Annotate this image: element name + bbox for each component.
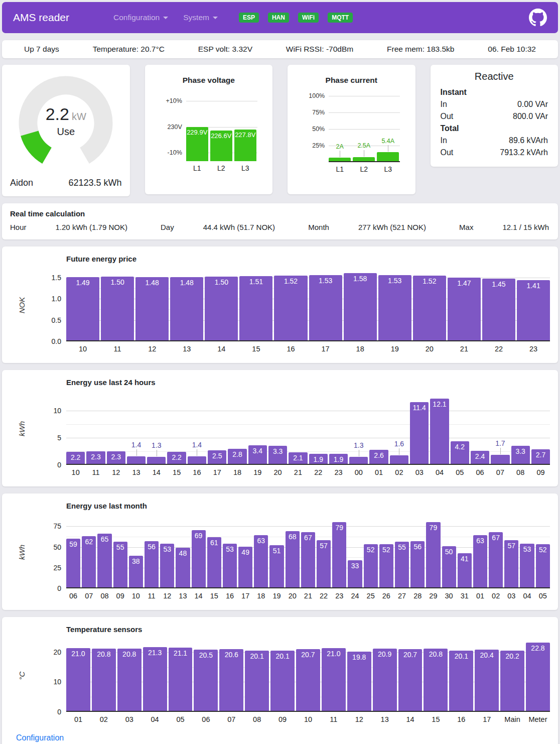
bar: 20.9: [373, 649, 397, 711]
x-tick-label: 15: [424, 715, 448, 723]
bar-slot: 1.47: [448, 271, 481, 340]
x-tick-label: L2: [353, 165, 375, 173]
nav-configuration-label: Configuration: [113, 13, 160, 22]
bar-slot: 2.4: [471, 395, 489, 464]
x-tick-label: 22: [482, 345, 515, 353]
bar: 41: [458, 553, 472, 587]
y-tick-label: 0.5: [52, 316, 61, 324]
bar-slot: 68: [286, 518, 300, 587]
bar-slot: 79: [426, 518, 440, 587]
x-tick-label: 17: [309, 345, 342, 353]
bar-value-label: 2.4: [469, 452, 491, 460]
plot-column: 2.22.32.31.41.32.21.42.52.83.43.32.11.91…: [66, 395, 550, 476]
plot-column: 229.9V226.6V227.8VL1L2L3: [186, 96, 257, 172]
y-tick-label: 1.5: [52, 274, 61, 282]
bar-slot: 3.4: [248, 395, 267, 464]
x-tick-label: 13: [176, 592, 190, 600]
row-value: 7913.2 kVArh: [500, 147, 548, 159]
bar: 52: [364, 544, 378, 587]
x-tick-label: L1: [186, 164, 208, 172]
x-tick-label: 30: [442, 592, 456, 600]
bar: 63: [254, 535, 268, 587]
bar-slot: 1.50: [205, 271, 238, 340]
x-tick-label: 11: [101, 345, 134, 353]
energy-24h-title: Energy use last 24 hours: [66, 378, 550, 387]
x-tick-label: 23: [332, 592, 346, 600]
bar-slot: 52: [379, 518, 393, 587]
bar: 68: [286, 531, 300, 587]
bar-slot: 38: [129, 518, 143, 587]
bar: 52: [536, 544, 550, 587]
y-tick-label: 0.0: [52, 337, 61, 345]
gauge-value: 2.2: [46, 104, 69, 123]
chart-grid: +10%230V-10%229.9V226.6V227.8VL1L2L3: [160, 96, 257, 172]
bar-slot: 55: [395, 518, 409, 587]
bar-slot: 55: [113, 518, 127, 587]
bar-value-label: 1.6: [386, 440, 412, 447]
bar-slot: 227.8V: [234, 96, 256, 161]
x-tick-label: 01: [369, 468, 388, 476]
row-value: 800.0 VAr: [513, 110, 548, 122]
x-tick-label: 03: [117, 715, 142, 723]
bar-slot: 1.53: [378, 271, 411, 340]
bars-row: 2A2.5A5.4A: [329, 96, 400, 161]
bar: [377, 152, 399, 161]
bar: 2.3: [107, 451, 125, 464]
bar-value-label: 1.52: [272, 277, 309, 285]
bar-slot: 1.4: [127, 395, 146, 464]
energy-month-title: Energy use last month: [66, 502, 550, 510]
gauge-unit: kW: [72, 111, 86, 122]
bar-slot: 2.1: [289, 395, 307, 464]
x-tick-label: 25: [364, 592, 378, 600]
bar-slot: 1.48: [170, 271, 203, 340]
bar-slot: 20.9: [373, 642, 397, 711]
bar: 63: [473, 535, 487, 587]
y-tick-label: +10%: [166, 97, 182, 104]
bar-value-label: 1.48: [133, 279, 171, 287]
temperature-sensors-chart: °C2010021.020.820.821.321.120.520.620.12…: [10, 642, 550, 723]
nav-configuration-dropdown[interactable]: Configuration: [113, 13, 168, 22]
y-tick-label: 230V: [168, 123, 182, 131]
bars-row: 229.9V226.6V227.8V: [186, 96, 257, 161]
bar: [390, 455, 408, 464]
bar: 2.4: [471, 451, 489, 464]
nav-system-dropdown[interactable]: System: [183, 13, 218, 22]
configuration-link[interactable]: Configuration: [16, 733, 64, 742]
gauge-value-row: 2.2kW: [46, 104, 86, 124]
leader-line: [399, 448, 399, 455]
gauge-label: Use: [57, 126, 75, 138]
bar: 1.52: [274, 276, 307, 340]
bar-value-label: 33: [346, 562, 364, 570]
bar: 3.3: [511, 446, 530, 464]
bar: 20.1: [245, 651, 269, 711]
bar: [491, 455, 509, 464]
bar-slot: 3.3: [268, 395, 287, 464]
bar: 1.50: [101, 277, 134, 340]
bar: 61: [207, 537, 221, 587]
y-axis-title-text: NOK: [18, 297, 26, 314]
bar-slot: 59: [66, 518, 80, 587]
y-tick-label: 10: [53, 678, 61, 686]
x-tick-label: 06: [66, 592, 80, 600]
y-tick-label: 25: [53, 564, 61, 572]
chart-grid: kWh10502.22.32.31.41.32.21.42.52.83.43.3…: [10, 395, 550, 476]
realtime-hour-label: Hour: [10, 223, 27, 231]
x-tick-label: 09: [113, 592, 127, 600]
bar-slot: 63: [254, 518, 268, 587]
phase-current-card: Phase current 100%75%50%25%2A2.5A5.4AL1L…: [288, 65, 415, 194]
y-tick-labels: 7550250: [33, 518, 61, 588]
bar-slot: 5.4A: [377, 96, 399, 161]
bar: 55: [113, 542, 127, 587]
bar: 21.0: [322, 648, 346, 711]
bar-value-label: 21.0: [320, 650, 348, 658]
bar: 38: [129, 556, 143, 587]
bar-value-label: 1.51: [237, 278, 274, 286]
bar-value-label: 1.3: [143, 442, 170, 449]
bar: 1.45: [482, 279, 515, 340]
github-link[interactable]: [529, 9, 547, 27]
future-energy-price-card: Future energy price NOK1.51.00.50.01.491…: [2, 246, 558, 363]
bar-slot: 52: [364, 518, 378, 587]
esp-volt-text: ESP volt: 3.32V: [198, 45, 252, 54]
plot-area: 21.020.820.821.321.120.520.620.120.120.7…: [66, 642, 550, 712]
mqtt-status-badge: MQTT: [328, 13, 353, 23]
